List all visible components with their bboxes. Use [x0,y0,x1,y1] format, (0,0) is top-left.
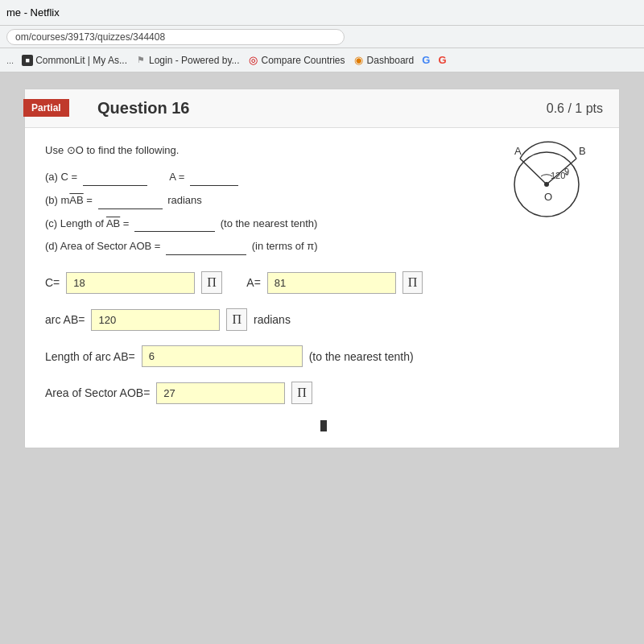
part-a-label2: A = [169,171,184,183]
blank-a [190,185,238,186]
point-a-label: A [514,145,522,157]
bookmark-dashboard-label: Dashboard [367,55,415,66]
length-value: 6 [149,350,155,362]
a-input[interactable]: 81 [267,272,396,294]
part-d: (d) Area of Sector AOB = (in terms of π) [45,238,599,255]
arc-input[interactable]: 120 [91,309,220,331]
part-a-label: (a) C = [45,171,77,183]
c-value: 18 [73,277,85,289]
google-red-icon: G [438,54,446,66]
arc-label: arc AB= [45,313,85,326]
bookmark-compare[interactable]: ◎ Compare Countries [248,55,345,66]
bookmark-compare-label: Compare Countries [262,55,345,66]
arc-pi-symbol: Π [226,308,247,331]
bookmarks-overflow: ... [6,56,14,65]
bookmarks-bar: ... ■ CommonLit | My As... ⚑ Login - Pow… [0,48,644,72]
blank-length [134,231,215,232]
part-b-suffix: radians [167,194,202,206]
length-input[interactable]: 6 [142,345,303,367]
point-o-label: O [544,191,552,203]
browser-tab-title: me - Netflix [6,6,60,19]
bookmark-commonlit[interactable]: ■ CommonLit | My As... [22,55,127,66]
part-d-suffix: (in terms of π) [252,240,318,252]
mouse-cursor [320,420,327,431]
partial-badge: Partial [23,99,69,117]
question-header: Question 16 0.6 / 1 pts [25,89,619,128]
blank-mab [98,208,163,209]
answer-row-arc: arc AB= 120 Π radians [45,308,599,331]
a-label: A= [246,276,261,289]
radius-label: 9 [564,167,569,176]
answer-row-length: Length of arc AB= 6 (to the nearest tent… [45,345,599,367]
circle-svg: A B O 120° 9 [486,128,591,225]
circle-diagram: A B O 120° 9 [486,128,591,225]
answer-section: C= 18 Π A= 81 Π arc AB= 12 [45,271,599,431]
c-input[interactable]: 18 [66,272,195,294]
address-bar[interactable]: om/courses/39173/quizzes/344408 [6,29,345,45]
compare-icon: ◎ [248,55,259,66]
bookmark-google-2[interactable]: G [438,54,446,66]
page-content: Partial Question 16 0.6 / 1 pts [0,72,644,644]
point-b-label: B [579,145,586,157]
question-score: 0.6 / 1 pts [547,101,603,116]
a-pi-symbol: Π [402,271,423,294]
c-label: C= [45,276,60,289]
bookmark-google-1[interactable]: G [422,54,430,66]
part-c-label: (c) Length of AB = [45,217,129,229]
browser-title-bar: me - Netflix [0,0,644,26]
blank-c [83,185,147,186]
part-b-label: (b) mAB = [45,194,93,206]
bookmark-commonlit-label: CommonLit | My As... [35,55,127,66]
length-label: Length of arc AB= [45,350,135,363]
login-icon: ⚑ [135,55,147,66]
google-blue-icon: G [422,54,430,66]
part-d-label: (d) Area of Sector AOB = [45,240,160,252]
dashboard-icon: ◉ [353,55,365,66]
answer-row-area: Area of Sector AOB= 27 Π [45,382,599,404]
blank-area [166,254,246,255]
area-pi-symbol: Π [291,382,312,404]
cursor-area [45,419,599,431]
address-bar-row: om/courses/39173/quizzes/344408 [0,26,644,48]
a-value: 81 [275,277,286,289]
question-card: Partial Question 16 0.6 / 1 pts [24,89,620,448]
length-suffix: (to the nearest tenth) [309,350,414,363]
bookmark-login[interactable]: ⚑ Login - Powered by... [135,55,240,66]
bookmark-dashboard[interactable]: ◉ Dashboard [353,55,415,66]
bookmark-login-label: Login - Powered by... [149,55,240,66]
area-input[interactable]: 27 [156,382,285,404]
question-title: Question 16 [97,99,189,118]
arc-value: 120 [98,314,116,326]
c-pi-symbol: Π [201,271,222,294]
book-icon: ■ [22,55,33,66]
area-value: 27 [163,387,175,399]
answer-row-ca: C= 18 Π A= 81 Π [45,271,599,294]
area-label: Area of Sector AOB= [45,386,150,399]
arc-suffix: radians [254,313,291,326]
part-c-suffix: (to the nearest tenth) [221,217,318,229]
question-body: A B O 120° 9 Use ⊙O to find the followin… [25,128,619,448]
